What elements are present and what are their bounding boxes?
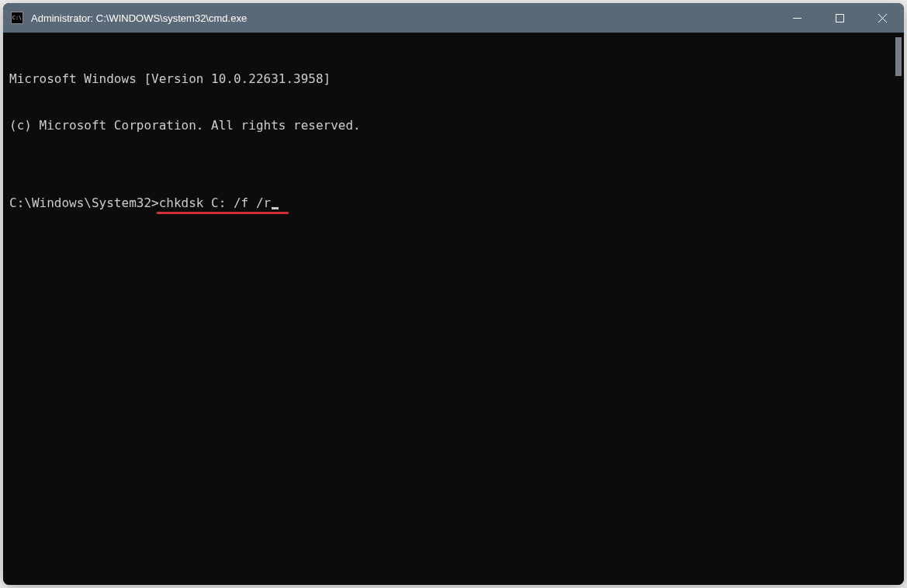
maximize-icon — [836, 14, 844, 22]
minimize-button[interactable] — [776, 3, 819, 33]
vertical-scrollbar[interactable] — [895, 37, 902, 76]
command-text: chkdsk C: /f /r — [159, 195, 272, 210]
svg-rect-1 — [836, 14, 844, 22]
window-title: Administrator: C:\WINDOWS\system32\cmd.e… — [31, 12, 776, 24]
prompt-path: C:\Windows\System32> — [9, 195, 159, 210]
close-icon — [878, 14, 887, 22]
close-button[interactable] — [861, 3, 904, 33]
annotation-underline — [157, 212, 289, 214]
terminal-output[interactable]: Microsoft Windows [Version 10.0.22631.39… — [3, 33, 904, 585]
cmd-icon: C:\ — [11, 12, 23, 24]
minimize-icon — [793, 14, 801, 22]
prompt-line: C:\Windows\System32>chkdsk C: /f /r — [9, 195, 898, 211]
maximize-button[interactable] — [819, 3, 861, 33]
window-controls — [776, 3, 904, 33]
copyright-line: (c) Microsoft Corporation. All rights re… — [9, 118, 898, 133]
cmd-icon-label: C:\ — [12, 16, 23, 21]
cursor — [272, 207, 279, 209]
cmd-window: C:\ Administrator: C:\WINDOWS\system32\c… — [3, 3, 904, 585]
version-line: Microsoft Windows [Version 10.0.22631.39… — [9, 71, 898, 87]
titlebar[interactable]: C:\ Administrator: C:\WINDOWS\system32\c… — [3, 3, 904, 33]
